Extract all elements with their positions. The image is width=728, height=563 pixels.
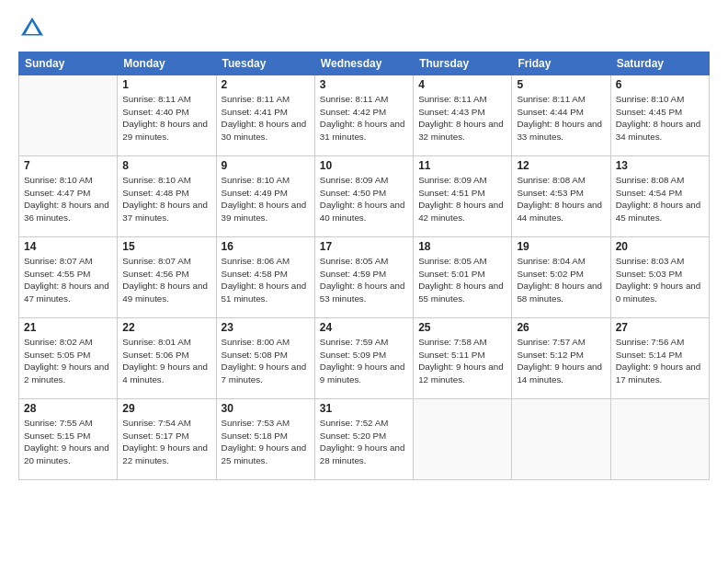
day-info: Sunrise: 8:02 AMSunset: 5:05 PMDaylight:…: [24, 336, 112, 386]
day-number: 6: [616, 78, 704, 91]
calendar-cell: 9Sunrise: 8:10 AMSunset: 4:49 PMDaylight…: [216, 156, 314, 237]
day-info: Sunrise: 8:05 AMSunset: 4:59 PMDaylight:…: [320, 255, 408, 305]
day-info: Sunrise: 7:57 AMSunset: 5:12 PMDaylight:…: [517, 336, 605, 386]
day-info: Sunrise: 8:01 AMSunset: 5:06 PMDaylight:…: [122, 336, 210, 386]
calendar-cell: 17Sunrise: 8:05 AMSunset: 4:59 PMDayligh…: [314, 237, 413, 318]
day-info: Sunrise: 8:05 AMSunset: 5:01 PMDaylight:…: [418, 255, 506, 305]
day-number: 14: [24, 240, 112, 253]
day-info: Sunrise: 8:08 AMSunset: 4:53 PMDaylight:…: [517, 174, 605, 224]
weekday-header-row: SundayMondayTuesdayWednesdayThursdayFrid…: [19, 52, 710, 75]
day-number: 13: [616, 159, 704, 172]
weekday-header-cell: Friday: [512, 52, 610, 75]
calendar-cell: 31Sunrise: 7:52 AMSunset: 5:20 PMDayligh…: [314, 399, 413, 480]
day-number: 16: [222, 240, 310, 253]
day-number: 17: [320, 240, 408, 253]
calendar-cell: 19Sunrise: 8:04 AMSunset: 5:02 PMDayligh…: [512, 237, 610, 318]
day-number: 7: [24, 159, 112, 172]
day-number: 19: [517, 240, 605, 253]
day-info: Sunrise: 7:52 AMSunset: 5:20 PMDaylight:…: [320, 417, 408, 467]
day-info: Sunrise: 7:59 AMSunset: 5:09 PMDaylight:…: [320, 336, 408, 386]
calendar-cell: 2Sunrise: 8:11 AMSunset: 4:41 PMDaylight…: [216, 75, 314, 156]
day-info: Sunrise: 8:11 AMSunset: 4:42 PMDaylight:…: [320, 93, 408, 144]
day-info: Sunrise: 8:10 AMSunset: 4:47 PMDaylight:…: [24, 174, 112, 224]
calendar-cell: 20Sunrise: 8:03 AMSunset: 5:03 PMDayligh…: [610, 237, 709, 318]
day-number: 4: [418, 78, 506, 91]
weekday-header-cell: Tuesday: [216, 52, 314, 75]
day-info: Sunrise: 7:53 AMSunset: 5:18 PMDaylight:…: [222, 417, 310, 467]
calendar-cell: 11Sunrise: 8:09 AMSunset: 4:51 PMDayligh…: [414, 156, 512, 237]
day-info: Sunrise: 8:11 AMSunset: 4:43 PMDaylight:…: [418, 93, 506, 144]
calendar-cell: 30Sunrise: 7:53 AMSunset: 5:18 PMDayligh…: [216, 399, 314, 480]
day-info: Sunrise: 8:07 AMSunset: 4:56 PMDaylight:…: [122, 255, 210, 305]
day-number: 21: [24, 321, 112, 334]
day-info: Sunrise: 8:06 AMSunset: 4:58 PMDaylight:…: [222, 255, 310, 305]
day-info: Sunrise: 8:11 AMSunset: 4:44 PMDaylight:…: [517, 93, 605, 144]
calendar-row: 21Sunrise: 8:02 AMSunset: 5:05 PMDayligh…: [19, 318, 710, 399]
day-info: Sunrise: 8:00 AMSunset: 5:08 PMDaylight:…: [222, 336, 310, 386]
calendar-cell: 28Sunrise: 7:55 AMSunset: 5:15 PMDayligh…: [19, 399, 118, 480]
calendar-cell: 16Sunrise: 8:06 AMSunset: 4:58 PMDayligh…: [216, 237, 314, 318]
day-info: Sunrise: 8:10 AMSunset: 4:48 PMDaylight:…: [122, 174, 210, 224]
day-number: 25: [418, 321, 506, 334]
calendar-cell: 4Sunrise: 8:11 AMSunset: 4:43 PMDaylight…: [414, 75, 512, 156]
day-number: 11: [418, 159, 506, 172]
day-info: Sunrise: 8:11 AMSunset: 4:40 PMDaylight:…: [122, 93, 210, 144]
calendar-cell: [414, 399, 512, 480]
calendar-cell: 7Sunrise: 8:10 AMSunset: 4:47 PMDaylight…: [19, 156, 118, 237]
calendar-cell: 1Sunrise: 8:11 AMSunset: 4:40 PMDaylight…: [118, 75, 216, 156]
day-info: Sunrise: 7:55 AMSunset: 5:15 PMDaylight:…: [24, 417, 112, 467]
calendar-row: 14Sunrise: 8:07 AMSunset: 4:55 PMDayligh…: [19, 237, 710, 318]
calendar-table: SundayMondayTuesdayWednesdayThursdayFrid…: [18, 52, 710, 480]
day-number: 8: [122, 159, 210, 172]
day-info: Sunrise: 8:07 AMSunset: 4:55 PMDaylight:…: [24, 255, 112, 305]
calendar-cell: 22Sunrise: 8:01 AMSunset: 5:06 PMDayligh…: [118, 318, 216, 399]
day-number: 20: [616, 240, 704, 253]
calendar-cell: 29Sunrise: 7:54 AMSunset: 5:17 PMDayligh…: [118, 399, 216, 480]
day-info: Sunrise: 8:03 AMSunset: 5:03 PMDaylight:…: [616, 255, 704, 305]
calendar-row: 7Sunrise: 8:10 AMSunset: 4:47 PMDaylight…: [19, 156, 710, 237]
day-number: 18: [418, 240, 506, 253]
day-number: 23: [222, 321, 310, 334]
page: SundayMondayTuesdayWednesdayThursdayFrid…: [0, 0, 728, 563]
day-info: Sunrise: 8:11 AMSunset: 4:41 PMDaylight:…: [222, 93, 310, 144]
day-number: 27: [616, 321, 704, 334]
day-info: Sunrise: 8:10 AMSunset: 4:49 PMDaylight:…: [222, 174, 310, 224]
calendar-cell: 12Sunrise: 8:08 AMSunset: 4:53 PMDayligh…: [512, 156, 610, 237]
day-info: Sunrise: 8:10 AMSunset: 4:45 PMDaylight:…: [616, 93, 704, 144]
logo-icon: [18, 15, 46, 42]
weekday-header-cell: Monday: [118, 52, 216, 75]
calendar-cell: 15Sunrise: 8:07 AMSunset: 4:56 PMDayligh…: [118, 237, 216, 318]
day-number: 30: [222, 402, 310, 415]
day-number: 10: [320, 159, 408, 172]
day-number: 22: [122, 321, 210, 334]
day-info: Sunrise: 8:04 AMSunset: 5:02 PMDaylight:…: [517, 255, 605, 305]
day-info: Sunrise: 7:54 AMSunset: 5:17 PMDaylight:…: [122, 417, 210, 467]
calendar-row: 28Sunrise: 7:55 AMSunset: 5:15 PMDayligh…: [19, 399, 710, 480]
calendar-cell: 23Sunrise: 8:00 AMSunset: 5:08 PMDayligh…: [216, 318, 314, 399]
weekday-header-cell: Wednesday: [314, 52, 413, 75]
calendar-cell: 6Sunrise: 8:10 AMSunset: 4:45 PMDaylight…: [610, 75, 709, 156]
calendar-body: 1Sunrise: 8:11 AMSunset: 4:40 PMDaylight…: [19, 75, 710, 480]
calendar-row: 1Sunrise: 8:11 AMSunset: 4:40 PMDaylight…: [19, 75, 710, 156]
weekday-header-cell: Sunday: [19, 52, 118, 75]
day-info: Sunrise: 7:56 AMSunset: 5:14 PMDaylight:…: [616, 336, 704, 386]
weekday-header-cell: Thursday: [414, 52, 512, 75]
calendar-cell: 13Sunrise: 8:08 AMSunset: 4:54 PMDayligh…: [610, 156, 709, 237]
logo: [18, 15, 50, 42]
day-number: 24: [320, 321, 408, 334]
day-number: 12: [517, 159, 605, 172]
day-number: 31: [320, 402, 408, 415]
day-info: Sunrise: 8:08 AMSunset: 4:54 PMDaylight:…: [616, 174, 704, 224]
calendar-cell: [512, 399, 610, 480]
calendar-cell: [610, 399, 709, 480]
day-number: 28: [24, 402, 112, 415]
calendar-cell: 3Sunrise: 8:11 AMSunset: 4:42 PMDaylight…: [314, 75, 413, 156]
calendar-cell: [19, 75, 118, 156]
day-number: 2: [222, 78, 310, 91]
calendar-cell: 14Sunrise: 8:07 AMSunset: 4:55 PMDayligh…: [19, 237, 118, 318]
calendar-header: SundayMondayTuesdayWednesdayThursdayFrid…: [19, 52, 710, 75]
day-number: 3: [320, 78, 408, 91]
day-number: 9: [222, 159, 310, 172]
calendar-cell: 24Sunrise: 7:59 AMSunset: 5:09 PMDayligh…: [314, 318, 413, 399]
day-number: 1: [122, 78, 210, 91]
